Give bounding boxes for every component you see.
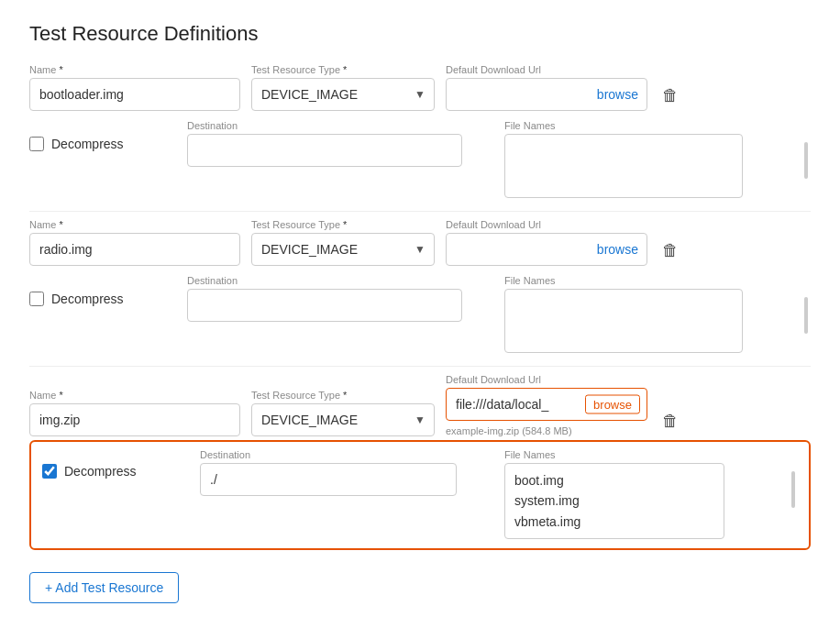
- delete-button-2[interactable]: 🗑: [658, 237, 682, 264]
- filenames-group-3: File Names boot.imgsystem.imgvbmeta.img: [504, 449, 798, 539]
- filenames-label-2: File Names: [504, 275, 811, 286]
- type-select-3[interactable]: DEVICE_IMAGE: [251, 403, 435, 436]
- name-field-2: Name *: [29, 219, 240, 266]
- name-input-2[interactable]: [29, 233, 240, 266]
- url-field-3: Default Download Url browse example-img.…: [446, 374, 647, 436]
- scrollbar-2: [804, 297, 808, 334]
- decompress-row-3: Decompress Destination File Names boot.i…: [42, 449, 798, 539]
- resource-block-1: Name * Test Resource Type * DEVICE_IMAGE…: [29, 64, 811, 212]
- type-label-1: Test Resource Type *: [251, 64, 435, 75]
- decompress-checkbox-3[interactable]: [42, 464, 57, 479]
- type-field-1: Test Resource Type * DEVICE_IMAGE ▼: [251, 64, 435, 111]
- url-label-2: Default Download Url: [446, 219, 647, 230]
- type-field-2: Test Resource Type * DEVICE_IMAGE ▼: [251, 219, 435, 266]
- page-title: Test Resource Definitions: [29, 22, 811, 46]
- url-field-1: Default Download Url browse: [446, 64, 647, 111]
- type-select-2[interactable]: DEVICE_IMAGE: [251, 233, 435, 266]
- filenames-box-1: [504, 134, 743, 198]
- delete-button-3[interactable]: 🗑: [658, 408, 682, 435]
- decompress-checkbox-2[interactable]: [29, 292, 44, 306]
- destination-label-2: Destination: [187, 275, 493, 286]
- name-field-3: Name *: [29, 390, 240, 436]
- filenames-box-2: [504, 289, 743, 353]
- highlighted-decompress-section: Decompress Destination File Names boot.i…: [29, 440, 811, 550]
- url-hint-3: example-img.zip (584.8 MB): [446, 425, 647, 436]
- browse-link-1[interactable]: browse: [597, 87, 638, 102]
- filenames-label-1: File Names: [504, 120, 811, 131]
- name-label-1: Name *: [29, 64, 240, 75]
- url-label-1: Default Download Url: [446, 64, 647, 75]
- destination-group-1: Destination: [187, 120, 493, 167]
- name-input-1[interactable]: [29, 78, 240, 111]
- type-select-1[interactable]: DEVICE_IMAGE: [251, 78, 435, 111]
- destination-input-3[interactable]: [200, 463, 457, 496]
- resource-block-2: Name * Test Resource Type * DEVICE_IMAGE…: [29, 219, 811, 367]
- delete-button-1[interactable]: 🗑: [658, 83, 682, 109]
- browse-link-2[interactable]: browse: [597, 242, 638, 257]
- decompress-label-3: Decompress: [64, 464, 137, 479]
- type-label-3: Test Resource Type *: [251, 390, 435, 401]
- destination-group-2: Destination: [187, 275, 493, 322]
- destination-group-3: Destination: [200, 449, 493, 496]
- name-input-3[interactable]: [29, 403, 240, 436]
- filenames-group-1: File Names: [504, 120, 811, 198]
- scrollbar-3: [791, 471, 795, 508]
- name-field-1: Name *: [29, 64, 240, 111]
- decompress-label-2: Decompress: [51, 292, 124, 306]
- scrollbar-1: [804, 142, 808, 179]
- filenames-label-3: File Names: [504, 449, 798, 460]
- destination-label-1: Destination: [187, 120, 493, 131]
- destination-label-3: Destination: [200, 449, 493, 460]
- decompress-checkbox-1[interactable]: [29, 137, 44, 151]
- type-field-3: Test Resource Type * DEVICE_IMAGE ▼: [251, 390, 435, 436]
- url-field-2: Default Download Url browse: [446, 219, 647, 266]
- decompress-row-1: Decompress Destination File Names: [29, 115, 811, 204]
- name-label-2: Name *: [29, 219, 240, 230]
- url-label-3: Default Download Url: [446, 374, 647, 385]
- filenames-group-2: File Names: [504, 275, 811, 353]
- add-test-resource-button[interactable]: + Add Test Resource: [29, 572, 179, 603]
- filenames-box-3: boot.imgsystem.imgvbmeta.img: [504, 463, 724, 539]
- resource-block-3: Name * Test Resource Type * DEVICE_IMAGE…: [29, 374, 811, 550]
- destination-input-2[interactable]: [187, 289, 462, 322]
- type-label-2: Test Resource Type *: [251, 219, 435, 230]
- decompress-label-1: Decompress: [51, 137, 124, 151]
- browse-boxed-3[interactable]: browse: [585, 395, 640, 414]
- destination-input-1[interactable]: [187, 134, 462, 167]
- decompress-row-2: Decompress Destination File Names: [29, 270, 811, 358]
- name-label-3: Name *: [29, 390, 240, 401]
